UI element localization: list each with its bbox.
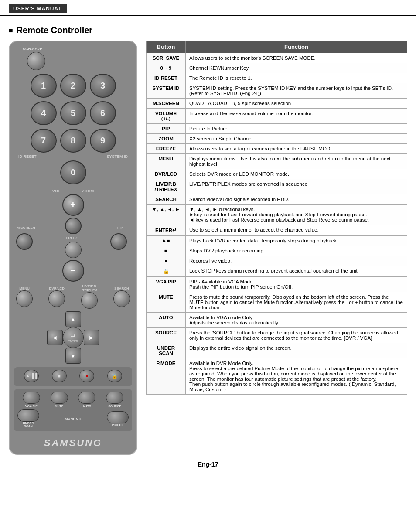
table-cell-button: MENU bbox=[147, 154, 186, 169]
vol-zoom-btns: + FREEZE − bbox=[62, 194, 84, 282]
vol-plus-button[interactable]: + bbox=[62, 194, 84, 216]
dvr-lcd-button[interactable] bbox=[48, 290, 65, 307]
table-row: ID RESETThe Remote ID is reset to 1. bbox=[147, 73, 407, 83]
search-button[interactable] bbox=[113, 290, 130, 307]
table-cell-button: SYSTEM ID bbox=[147, 83, 186, 99]
table-cell-button: ►■ bbox=[147, 236, 186, 246]
enter-icon: ↵ bbox=[71, 333, 76, 340]
func-area: VGA PIP MUTE AUTO SOURCE UNDER SCAN MONI… bbox=[14, 389, 132, 431]
underscan-btn-group: UNDER SCAN bbox=[17, 409, 39, 428]
table-cell-function: Displays menu items. Use this also to ex… bbox=[186, 154, 407, 169]
vga-pip-button[interactable] bbox=[23, 392, 40, 404]
lock-button[interactable]: 🔒 bbox=[107, 370, 122, 382]
enter-button[interactable]: ↵ ENTER bbox=[63, 327, 84, 348]
table-cell-function: Selects DVR mode or LCD MONITOR mode. bbox=[186, 169, 407, 179]
table-cell-button: ▼, ▲, ◄, ► bbox=[147, 205, 186, 225]
table-cell-button: PIP bbox=[147, 124, 186, 134]
zoom-label: ZOOM bbox=[82, 189, 94, 193]
col-function-header: Function bbox=[186, 41, 407, 53]
mscreen-button[interactable] bbox=[16, 233, 33, 250]
freeze-button[interactable] bbox=[65, 242, 82, 258]
underscan-label: UNDER SCAN bbox=[20, 422, 37, 428]
pmode-label: P.MODE bbox=[109, 423, 126, 426]
table-cell-button: LIVE/P.B /TRIPLEX bbox=[147, 179, 186, 194]
num-btn-9[interactable]: 9 bbox=[90, 129, 116, 153]
remote-controller: SCR.SAVE 1 2 3 4 5 6 7 8 9 ID RESET SYST… bbox=[9, 41, 137, 455]
dvr-lcd-label: DVR/LCD bbox=[49, 286, 65, 290]
record-button[interactable]: ● bbox=[79, 370, 94, 382]
table-cell-function: Lock STOP keys during recording to preve… bbox=[186, 266, 407, 277]
num-btn-4[interactable]: 4 bbox=[31, 101, 57, 125]
table-row: ENTER↵Use to select a menu item or to ac… bbox=[147, 225, 407, 236]
table-cell-button: ● bbox=[147, 256, 186, 266]
zero-row: 0 bbox=[14, 160, 132, 184]
underscan-button[interactable] bbox=[17, 409, 39, 422]
vol-label: VOL bbox=[52, 189, 61, 193]
num-btn-1[interactable]: 1 bbox=[31, 74, 57, 98]
table-cell-button: MUTE bbox=[147, 292, 186, 313]
system-id-label: SYSTEM ID bbox=[106, 154, 128, 159]
num-btn-8[interactable]: 8 bbox=[60, 129, 86, 153]
table-cell-function: Records live video. bbox=[186, 256, 407, 266]
table-row: 0 ~ 9Channel KEY/Number Key. bbox=[147, 63, 407, 73]
table-row: M.SCREENQUAD - A,QUAD - B, 9 split scree… bbox=[147, 99, 407, 109]
table-row: LIVE/P.B /TRIPLEXLIVE/PB/TRIPLEX modes a… bbox=[147, 179, 407, 194]
table-cell-function: QUAD - A,QUAD - B, 9 split screens selec… bbox=[186, 99, 407, 109]
numpad: 1 2 3 4 5 6 7 8 9 bbox=[31, 74, 116, 153]
table-cell-button: 0 ~ 9 bbox=[147, 63, 186, 73]
pmode-btn-group: P.MODE bbox=[107, 411, 129, 426]
vol-minus-button[interactable]: − bbox=[62, 260, 84, 282]
play-pause-button[interactable]: ►▐▐ bbox=[24, 370, 39, 382]
table-row: DVR/LCDSelects DVR mode or LCD MONITOR m… bbox=[147, 169, 407, 179]
table-cell-button: VGA PIP bbox=[147, 277, 186, 292]
num-btn-3[interactable]: 3 bbox=[90, 74, 116, 98]
table-cell-button: ■ bbox=[147, 246, 186, 256]
table-row: 🔒Lock STOP keys during recording to prev… bbox=[147, 266, 407, 277]
table-cell-button: DVR/LCD bbox=[147, 169, 186, 179]
pip-button[interactable] bbox=[110, 233, 127, 250]
table-cell-function: Use to select a menu item or to accept t… bbox=[186, 225, 407, 236]
num-btn-5[interactable]: 5 bbox=[60, 101, 86, 125]
scr-save-label: SCR.SAVE bbox=[23, 47, 42, 51]
num-btn-2[interactable]: 2 bbox=[60, 74, 86, 98]
table-row: ▼, ▲, ◄, ►▼, ▲, ◄, ► directional keys. ►… bbox=[147, 205, 407, 225]
num-btn-0[interactable]: 0 bbox=[60, 160, 86, 184]
header-title-bar: USER'S MANUAL bbox=[9, 4, 67, 13]
dpad-right-button[interactable]: ► bbox=[84, 330, 99, 345]
table-cell-function: The Remote ID is reset to 1. bbox=[186, 73, 407, 83]
mute-button[interactable] bbox=[51, 392, 68, 404]
num-btn-7[interactable]: 7 bbox=[31, 129, 57, 153]
dpad-down-button[interactable]: ▼ bbox=[65, 348, 81, 364]
table-cell-function: Available in DVR Mode Only. Press to sel… bbox=[186, 358, 407, 395]
table-cell-button: 🔒 bbox=[147, 266, 186, 277]
table-container: Button Function SCR. SAVEAllows users to… bbox=[146, 41, 407, 395]
stop-button[interactable]: ■ bbox=[52, 370, 67, 382]
zoom-button[interactable] bbox=[65, 218, 82, 234]
table-cell-function: X2 screen in Single Channel. bbox=[186, 134, 407, 144]
transport-row: ►▐▐ ■ ● 🔒 bbox=[17, 370, 129, 382]
table-cell-function: Picture In Picture. bbox=[186, 124, 407, 134]
menu-button[interactable] bbox=[16, 290, 33, 307]
table-row: P.MODEAvailable in DVR Mode Only. Press … bbox=[147, 358, 407, 395]
live-pb-button[interactable] bbox=[81, 292, 98, 309]
scr-save-button[interactable] bbox=[27, 52, 45, 70]
dpad-left-button[interactable]: ◄ bbox=[47, 330, 63, 345]
monitor-label: MONITOR bbox=[65, 417, 82, 421]
pip-label: PIP bbox=[110, 226, 130, 230]
vga-pip-label: VGA PIP bbox=[23, 405, 40, 408]
source-button[interactable] bbox=[106, 392, 123, 404]
search-btn-group: SEARCH bbox=[113, 286, 130, 307]
table-row: ►■Plays back DVR recorded data. Temporar… bbox=[147, 236, 407, 246]
mute-label: MUTE bbox=[51, 405, 68, 408]
live-pb-group: LIVE/P.B /TRIPLEX bbox=[81, 284, 98, 309]
vol-zoom-labels: VOL ZOOM bbox=[14, 189, 132, 193]
func-labels: VGA PIP MUTE AUTO SOURCE bbox=[17, 405, 129, 408]
dpad-up-button[interactable]: ▲ bbox=[65, 311, 81, 327]
table-cell-function: Available In VGA mode Only Adjusts the s… bbox=[186, 313, 407, 328]
pmode-button[interactable] bbox=[107, 411, 129, 423]
auto-button[interactable] bbox=[78, 392, 95, 404]
table-cell-function: ▼, ▲, ◄, ► directional keys. ►key is use… bbox=[186, 205, 407, 225]
num-btn-6[interactable]: 6 bbox=[90, 101, 116, 125]
table-cell-button: UNDER SCAN bbox=[147, 343, 186, 358]
table-row: ■Stops DVR playback or recording. bbox=[147, 246, 407, 256]
